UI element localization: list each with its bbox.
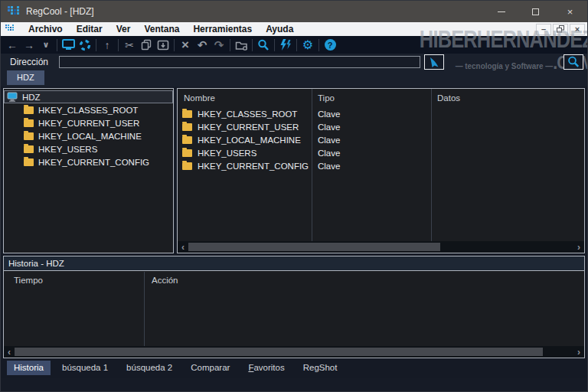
menu-herramientas[interactable]: Herramientas [186, 23, 259, 35]
tree-item-label: HKEY_CURRENT_CONFIG [38, 158, 149, 167]
delete-button[interactable]: × [177, 37, 194, 53]
cell-nombre: HKEY_CURRENT_USER [198, 122, 299, 132]
list-row-hkey-local-machine[interactable]: HKEY_LOCAL_MACHINE Clave [178, 133, 584, 146]
close-button[interactable]: × [553, 1, 587, 22]
paste-icon [157, 40, 169, 51]
list-horizontal-scrollbar[interactable]: ‹ › [178, 241, 584, 253]
tab-busqueda-1[interactable]: búsqueda 1 [55, 361, 115, 375]
computer-icon [62, 39, 75, 51]
menu-ventana[interactable]: Ventana [137, 23, 186, 35]
back-button[interactable]: ← [4, 37, 21, 53]
scroll-right-icon[interactable]: › [573, 346, 584, 358]
goto-key-button[interactable] [424, 54, 444, 70]
copy-button[interactable] [138, 37, 155, 53]
mdi-minimize-button[interactable]: – [536, 24, 551, 35]
tab-busqueda-2[interactable]: búsqueda 2 [119, 361, 179, 375]
tree-children: HKEY_CLASSES_ROOT HKEY_CURRENT_USER HKEY… [4, 103, 173, 168]
close-icon: × [567, 6, 573, 18]
column-header-accion[interactable]: Acción [144, 276, 584, 285]
address-input[interactable] [59, 56, 420, 68]
column-header-datos[interactable]: Datos [431, 93, 584, 103]
column-header-tipo[interactable]: Tipo [312, 93, 431, 103]
mdi-window-controls: – × [536, 24, 587, 35]
scroll-left-icon[interactable]: ‹ [178, 241, 188, 253]
mdi-restore-button[interactable] [553, 24, 568, 35]
scrollbar-thumb[interactable] [188, 243, 440, 251]
tab-hdz[interactable]: HDZ [7, 70, 44, 85]
restore-icon [557, 25, 565, 33]
history-horizontal-scrollbar[interactable]: ‹ › [4, 346, 584, 358]
regcool-logo-icon [8, 6, 19, 18]
back-icon: ← [7, 40, 18, 51]
parent-key-button[interactable]: ↑ [99, 37, 116, 53]
tab-comparar[interactable]: Comparar [184, 361, 237, 375]
history-dropdown-button[interactable]: ∨ [38, 37, 54, 53]
search-icon [257, 39, 270, 51]
column-divider[interactable] [312, 89, 312, 241]
folder-icon [182, 162, 192, 170]
chevron-down-icon: ∨ [43, 41, 50, 49]
cut-button[interactable]: ✂ [121, 37, 138, 53]
key-list-panel: Nombre Tipo Datos HKEY_CLASSES_ROOT Clav… [177, 88, 585, 253]
list-row-hkey-current-user[interactable]: HKEY_CURRENT_USER Clave [178, 120, 584, 133]
scroll-right-icon[interactable]: › [573, 241, 584, 253]
list-row-hkey-current-config[interactable]: HKEY_CURRENT_CONFIG Clave [178, 159, 584, 172]
tree-item-hkey-current-user[interactable]: HKEY_CURRENT_USER [4, 116, 173, 129]
tree-item-label: HKEY_LOCAL_MACHINE [38, 132, 142, 141]
menu-ver[interactable]: Ver [109, 23, 138, 35]
tree-root-hdz[interactable]: HDZ [4, 90, 173, 103]
history-header: Tiempo Acción [4, 271, 584, 289]
tree-item-hkey-classes-root[interactable]: HKEY_CLASSES_ROOT [4, 103, 173, 116]
new-key-button[interactable] [233, 37, 250, 53]
tab-historia[interactable]: Historia [7, 361, 51, 375]
tab-regshot[interactable]: RegShot [296, 361, 345, 375]
column-divider[interactable] [144, 272, 145, 346]
redo-button[interactable]: ↷ [211, 37, 227, 53]
window-title: RegCool - [HDZ] [26, 6, 484, 17]
scrollbar-thumb[interactable] [15, 348, 543, 356]
list-body: HKEY_CLASSES_ROOT Clave HKEY_CURRENT_USE… [178, 107, 584, 172]
tree-item-hkey-local-machine[interactable]: HKEY_LOCAL_MACHINE [4, 129, 173, 142]
remote-connect-button[interactable] [77, 37, 93, 53]
undo-button[interactable]: ↶ [194, 37, 211, 53]
folder-icon [24, 119, 34, 127]
help-button[interactable]: ? [322, 37, 338, 53]
toolbar-separator [174, 39, 175, 51]
toolbar-separator [230, 39, 230, 51]
minimize-button[interactable] [484, 1, 518, 22]
search-button[interactable] [255, 37, 272, 53]
tab-favoritos[interactable]: Favoritos [241, 361, 291, 375]
computer-button[interactable] [60, 37, 77, 53]
column-header-nombre[interactable]: Nombre [178, 93, 312, 103]
settings-button[interactable]: ⚙ [299, 37, 316, 53]
compare-button[interactable] [277, 37, 294, 53]
computer-icon [7, 92, 18, 102]
list-row-hkey-users[interactable]: HKEY_USERS Clave [178, 146, 584, 159]
maximize-icon [532, 8, 539, 15]
life-ring-icon [79, 39, 91, 51]
menu-ayuda[interactable]: Ayuda [259, 23, 300, 35]
column-divider[interactable] [431, 89, 432, 241]
toolbar-separator [118, 39, 119, 51]
list-row-hkey-classes-root[interactable]: HKEY_CLASSES_ROOT Clave [178, 107, 584, 120]
mdi-close-button[interactable]: × [570, 24, 585, 35]
cell-tipo: Clave [312, 122, 431, 132]
menu-archivo[interactable]: Archivo [21, 23, 70, 35]
cell-nombre: HKEY_CLASSES_ROOT [198, 109, 297, 119]
address-search-button[interactable] [564, 54, 583, 70]
mdi-child-icon [5, 24, 15, 34]
scroll-left-icon[interactable]: ‹ [4, 346, 15, 358]
tree-item-label: HKEY_USERS [38, 145, 97, 154]
minimize-icon [498, 11, 505, 12]
folder-icon [182, 123, 192, 131]
paste-button[interactable] [155, 37, 172, 53]
tree-item-hkey-current-config[interactable]: HKEY_CURRENT_CONFIG [4, 155, 173, 168]
cell-nombre: HKEY_LOCAL_MACHINE [198, 136, 301, 145]
maximize-button[interactable] [518, 1, 553, 22]
toolbar-separator [57, 39, 57, 51]
forward-button[interactable]: → [21, 37, 38, 53]
column-header-tiempo[interactable]: Tiempo [4, 276, 144, 285]
cell-nombre: HKEY_USERS [198, 149, 256, 158]
menu-editar[interactable]: Editar [70, 23, 109, 35]
tree-item-hkey-users[interactable]: HKEY_USERS [4, 142, 173, 155]
